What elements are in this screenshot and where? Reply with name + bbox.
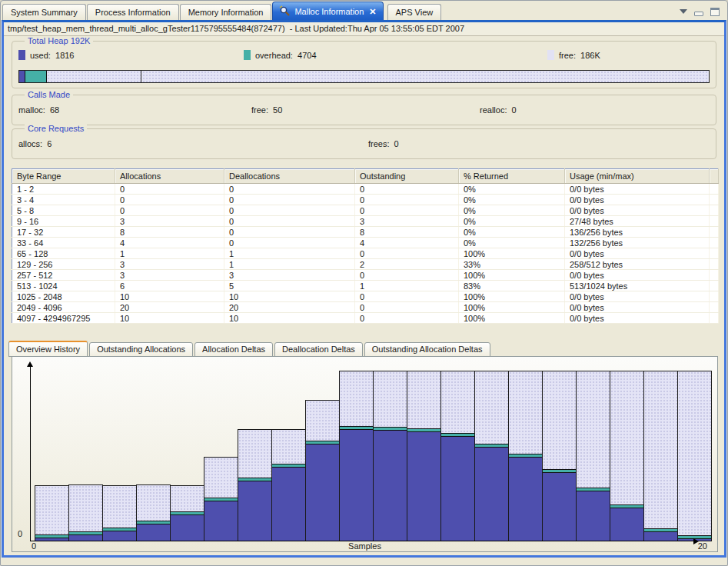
bar-segment-used <box>577 491 610 541</box>
table-cell: 4 <box>115 238 224 248</box>
calls-made-section: Calls Made malloc: 68 free: 50 realloc: … <box>12 95 716 125</box>
chart-bar <box>339 371 374 541</box>
stat-free: free: 50 <box>251 105 282 115</box>
table-cell: 3 <box>115 216 224 227</box>
table-cell: 0 <box>355 291 459 302</box>
subtab-deallocation-deltas[interactable]: Deallocation Deltas <box>274 342 363 357</box>
table-cell <box>710 259 719 270</box>
close-icon[interactable]: ✕ <box>367 4 376 19</box>
table-row[interactable]: 5 - 80000%0/0 bytes <box>12 205 719 216</box>
table-cell: 33 - 64 <box>12 238 115 248</box>
table-cell: 257 - 512 <box>12 270 115 281</box>
subtab-label: Outstanding Allocations <box>97 345 185 354</box>
malloc-information-window: System Summary Process Information Memor… <box>0 0 728 566</box>
table-cell: 136/256 bytes <box>565 227 710 238</box>
column-header[interactable]: Allocations <box>115 169 224 184</box>
bar-segment-used <box>306 444 339 541</box>
chart-bar <box>407 371 441 541</box>
table-cell: 0 <box>115 205 224 216</box>
table-row[interactable]: 257 - 512330100%0/0 bytes <box>12 270 719 281</box>
table-row[interactable]: 3 - 40000%0/0 bytes <box>12 195 719 205</box>
bar-segment-free <box>678 371 711 535</box>
table-cell: 513/1024 bytes <box>565 281 710 291</box>
tab-process-information[interactable]: Process Information <box>87 4 179 20</box>
table-row[interactable]: 1025 - 204810100100%0/0 bytes <box>12 291 719 302</box>
bar-segment-free <box>407 371 440 428</box>
tab-memory-information[interactable]: Memory Information <box>180 4 272 20</box>
table-cell <box>710 313 719 324</box>
stat-frees: frees: 0 <box>368 139 399 148</box>
table-cell: 17 - 32 <box>12 227 115 238</box>
column-header[interactable]: Byte Range <box>12 169 115 184</box>
table-cell: 6 <box>115 281 224 291</box>
bar-segment-free <box>441 371 474 433</box>
table-cell: 33% <box>459 259 565 270</box>
table-row[interactable]: 1 - 20000%0/0 bytes <box>12 184 719 195</box>
subtab-outstanding-allocations[interactable]: Outstanding Allocations <box>89 342 193 357</box>
heap-used-segment <box>19 71 25 82</box>
table-row[interactable]: 17 - 328080%136/256 bytes <box>12 227 719 238</box>
total-heap-section: Total Heap 192K used: 1816 overhead: 470… <box>12 41 716 88</box>
column-header[interactable]: Deallocations <box>224 169 355 184</box>
bar-segment-free <box>475 371 508 444</box>
tab-label: Process Information <box>95 8 171 17</box>
chart-plot <box>12 357 717 551</box>
table-cell: 0/0 bytes <box>565 291 710 302</box>
x-axis-title: Samples <box>12 541 717 551</box>
table-cell <box>710 184 719 195</box>
bar-segment-used <box>374 431 407 541</box>
column-header[interactable]: Usage (min/max) <box>565 169 710 184</box>
bar-segment-used <box>272 468 305 541</box>
y-axis <box>30 363 31 541</box>
table-cell: 100% <box>459 270 565 281</box>
table-row[interactable]: 4097 - 429496729510100100%0/0 bytes <box>12 313 719 324</box>
column-header[interactable] <box>710 169 719 184</box>
table-cell: 4097 - 4294967295 <box>12 313 115 324</box>
subtab-outstanding-allocation-deltas[interactable]: Outstanding Allocation Deltas <box>364 342 490 357</box>
table-cell: 0 <box>355 184 459 195</box>
tab-malloc-information[interactable]: Malloc Information ✕ <box>272 2 383 20</box>
bar-segment-free <box>610 371 643 504</box>
table-cell: 10 <box>224 313 355 324</box>
table-cell: 0/0 bytes <box>565 302 710 313</box>
column-header[interactable]: Outstanding <box>355 169 459 184</box>
subtab-overview-history[interactable]: Overview History <box>8 341 88 357</box>
table-row[interactable]: 2049 - 409620200100%0/0 bytes <box>12 302 719 313</box>
table-row[interactable]: 65 - 128110100%0/0 bytes <box>12 248 719 259</box>
view-menu-icon[interactable] <box>680 9 687 18</box>
bar-segment-free <box>272 430 305 464</box>
maximize-icon[interactable] <box>710 8 720 16</box>
table-cell: 0/0 bytes <box>565 205 710 216</box>
table-cell: 0 <box>224 238 355 248</box>
chart-bar <box>170 485 204 541</box>
bar-segment-free <box>543 371 576 469</box>
bar-segment-used <box>204 501 238 541</box>
bar-segment-free <box>340 371 373 426</box>
legend-overhead: overhead: 4704 <box>244 50 317 60</box>
bar-segment-used <box>610 508 643 541</box>
heap-usage-bar <box>18 70 710 83</box>
tab-aps-view[interactable]: APS View <box>387 4 442 20</box>
tab-system-summary[interactable]: System Summary <box>2 4 86 20</box>
chart-bar <box>102 485 137 541</box>
column-header[interactable]: % Returned <box>459 169 565 184</box>
subtab-allocation-deltas[interactable]: Allocation Deltas <box>194 342 273 357</box>
chart-bar <box>610 371 644 541</box>
legend-label: overhead: 4704 <box>255 51 317 60</box>
bar-segment-free <box>69 485 102 531</box>
table-cell: 10 <box>115 291 224 302</box>
chart-bar <box>271 429 306 541</box>
overview-history-chart: 0 0 Samples 20 <box>12 356 718 552</box>
table-row[interactable]: 33 - 644040%132/256 bytes <box>12 238 719 248</box>
table-cell: 0 <box>224 216 355 227</box>
minimize-icon[interactable] <box>694 12 703 16</box>
tab-label: Malloc Information <box>294 4 364 19</box>
table-cell: 10 <box>224 291 355 302</box>
chart-bar <box>576 371 610 541</box>
used-swatch <box>18 50 25 60</box>
table-row[interactable]: 9 - 163030%27/48 bytes <box>12 216 719 227</box>
table-row[interactable]: 513 - 102465183%513/1024 bytes <box>12 281 719 291</box>
table-cell: 132/256 bytes <box>565 238 710 248</box>
table-row[interactable]: 129 - 25631233%258/512 bytes <box>12 259 719 270</box>
legend-used: used: 1816 <box>18 50 75 60</box>
